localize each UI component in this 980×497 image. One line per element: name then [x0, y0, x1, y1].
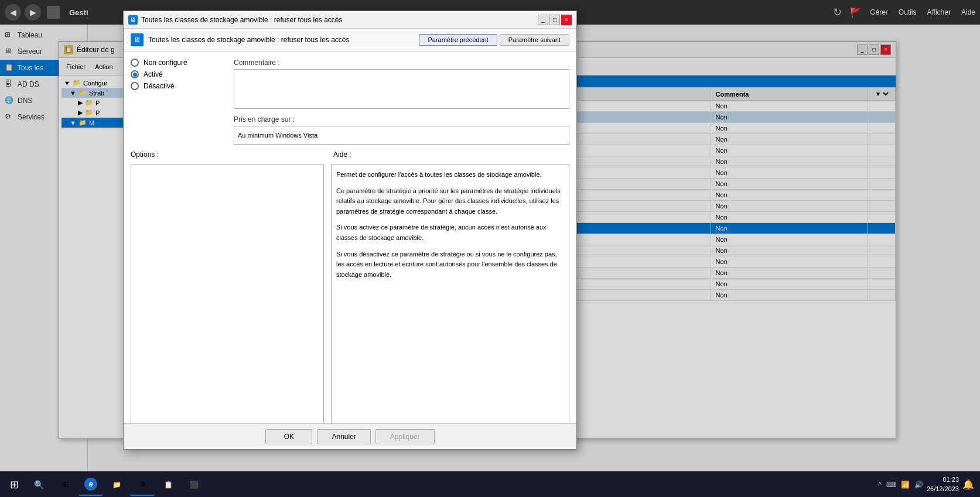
policy-dialog: 🖥 Toutes les classes de stockage amovibl… — [123, 11, 577, 450]
taskbar-app-cmd[interactable]: ⬛ — [182, 474, 206, 496]
taskbar-app-task-view[interactable]: ⊞ — [53, 474, 77, 496]
taskbar-app-folder[interactable]: 📁 — [104, 474, 129, 496]
clock-date: 26/12/2023 — [927, 485, 959, 493]
top-row: Non configuré Activé Désactivé — [131, 59, 569, 145]
options-help-labels: Options : Aide : — [131, 150, 569, 159]
header-icon: 🖥 — [131, 33, 144, 46]
cancel-button[interactable]: Annuler — [317, 429, 370, 444]
taskbar-tray: ^ ⌨ 📶 🔊 01:23 26/12/2023 🔔 — [872, 475, 980, 493]
clock-time: 01:23 — [927, 475, 959, 484]
param-suivant-button[interactable]: Paramètre suivant — [500, 34, 569, 46]
help-paragraph: Permet de configurer l'accès à toutes le… — [336, 170, 564, 180]
policy-dialog-icon: 🖥 — [128, 15, 138, 25]
policy-dialog-header: 🖥 Toutes les classes de stockage amovibl… — [124, 29, 576, 52]
ok-button[interactable]: OK — [265, 429, 312, 444]
header-left: 🖥 Toutes les classes de stockage amovibl… — [131, 33, 350, 46]
policy-dialog-titlebar: 🖥 Toutes les classes de stockage amovibl… — [124, 11, 576, 29]
help-paragraph: Si vous activez ce paramètre de stratégi… — [336, 222, 564, 243]
help-box: Permet de configurer l'accès à toutes le… — [331, 164, 569, 424]
comment-textarea[interactable] — [234, 69, 569, 109]
help-paragraph: Si vous désactivez ce paramètre de strat… — [336, 249, 564, 280]
help-paragraph: Ce paramètre de stratégie a priorité sur… — [336, 186, 564, 217]
comment-label: Commentaire : — [234, 59, 569, 67]
apply-button[interactable]: Appliquer — [375, 429, 435, 444]
dialog-maximize-button[interactable]: □ — [549, 15, 560, 25]
supported-label: Pris en charge sur : — [234, 115, 569, 124]
radio-group: Non configuré Activé Désactivé — [131, 59, 224, 145]
taskbar-app-notes[interactable]: 📋 — [156, 474, 180, 496]
header-title: Toutes les classes de stockage amovible … — [148, 36, 350, 44]
dialog-minimize-button[interactable]: _ — [538, 15, 548, 25]
taskbar-app-ie[interactable]: e — [78, 474, 103, 496]
help-label: Aide : — [333, 150, 569, 159]
policy-dialog-body: Non configuré Activé Désactivé — [124, 52, 576, 431]
dialog-win-btns: _ □ × — [538, 15, 572, 25]
options-section — [131, 164, 324, 424]
options-label: Options : — [131, 150, 324, 159]
policy-dialog-footer: OK Annuler Appliquer — [124, 423, 576, 449]
help-section: Permet de configurer l'accès à toutes le… — [331, 164, 569, 424]
options-box — [131, 164, 324, 424]
start-button[interactable]: ⊞ — [0, 472, 28, 498]
radio-circle-desactive — [131, 82, 139, 90]
tray-keyboard: ⌨ — [886, 481, 896, 489]
notification-icon[interactable]: 🔔 — [962, 479, 974, 490]
tray-network: 📶 — [901, 481, 910, 489]
param-precedent-button[interactable]: Paramètre précédent — [419, 34, 497, 46]
supported-section: Pris en charge sur : Au minimum Windows … — [234, 115, 569, 145]
options-help-row: Permet de configurer l'accès à toutes le… — [131, 164, 569, 424]
radio-desactive[interactable]: Désactivé — [131, 82, 224, 90]
policy-dialog-title: Toutes les classes de stockage amovible … — [141, 16, 534, 24]
tray-chevron[interactable]: ^ — [878, 481, 882, 489]
tray-volume: 🔊 — [914, 481, 923, 489]
comment-section: Commentaire : — [234, 59, 569, 111]
supported-value: Au minimum Windows Vista — [234, 126, 569, 145]
radio-active[interactable]: Activé — [131, 70, 224, 78]
search-button[interactable]: 🔍 — [28, 472, 49, 498]
radio-non-configure[interactable]: Non configuré — [131, 59, 224, 67]
dialog-close-button[interactable]: × — [561, 15, 572, 25]
radio-circle-active — [131, 70, 139, 78]
tray-icons: ^ ⌨ 📶 🔊 — [878, 481, 923, 489]
taskbar-app-server[interactable]: 🖥 — [130, 474, 155, 496]
taskbar-apps: ⊞ e 📁 🖥 📋 ⬛ — [49, 474, 210, 496]
radio-circle-non — [131, 59, 139, 67]
nav-buttons: Paramètre précédent Paramètre suivant — [419, 34, 569, 46]
taskbar-clock: 01:23 26/12/2023 — [927, 475, 959, 493]
taskbar: ⊞ 🔍 ⊞ e 📁 🖥 📋 ⬛ ^ ⌨ 📶 🔊 01:23 26/12/2023… — [0, 471, 980, 497]
